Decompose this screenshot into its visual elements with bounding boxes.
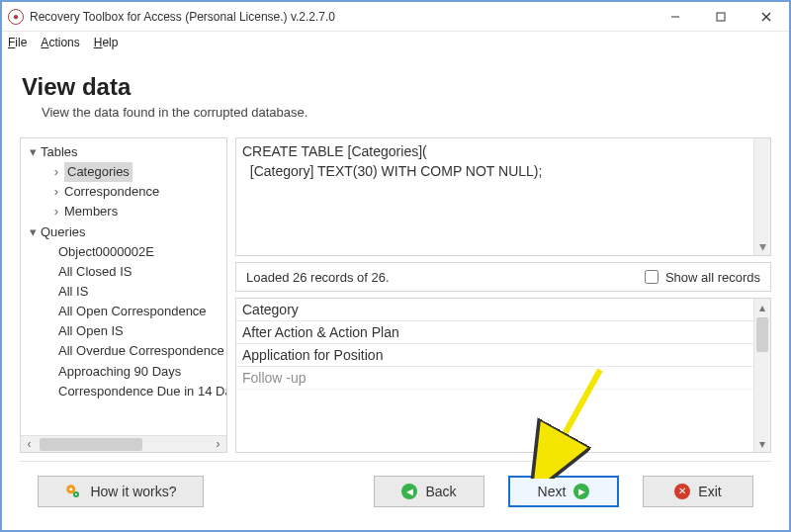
data-grid[interactable]: Category After Action & Action Plan Appl… <box>235 298 771 453</box>
gear-icon <box>64 483 82 500</box>
exit-button[interactable]: ✕ Exit <box>643 476 753 507</box>
sql-line: [Category] TEXT(30) WITH COMP NOT NULL); <box>242 162 754 182</box>
status-bar: Loaded 26 records of 26. Show all record… <box>235 262 771 292</box>
next-label: Next <box>538 484 567 499</box>
sql-viewer[interactable]: CREATE TABLE [Categories]( [Category] TE… <box>235 137 771 256</box>
page-subtitle: View the data found in the corrupted dat… <box>42 105 771 120</box>
menubar: File Actions Help <box>2 32 789 53</box>
show-all-records-input[interactable] <box>645 270 659 284</box>
tree-queries-label[interactable]: Queries <box>41 224 86 239</box>
grid-row[interactable]: After Action & Action Plan <box>236 321 770 344</box>
sql-line: CREATE TABLE [Categories]( <box>242 142 754 162</box>
menu-file[interactable]: File <box>8 36 27 49</box>
tree-item[interactable]: All IS <box>58 284 88 299</box>
show-all-records-label: Show all records <box>665 270 760 285</box>
svg-rect-1 <box>717 13 725 21</box>
grid-v-scrollbar[interactable]: ▴ ▾ <box>753 299 770 452</box>
grid-header[interactable]: Category <box>236 299 770 321</box>
footer: How it works? ◄ Back Next ► ✕ Exit <box>20 461 771 520</box>
close-button[interactable] <box>744 2 789 31</box>
app-icon: ● <box>8 9 24 25</box>
show-all-records-checkbox[interactable]: Show all records <box>641 267 760 287</box>
tree-item[interactable]: All Open Correspondence <box>58 304 207 318</box>
close-icon: ✕ <box>674 484 690 499</box>
arrow-left-icon: ◄ <box>401 484 417 499</box>
window-title: Recovery Toolbox for Access (Personal Li… <box>30 10 335 24</box>
sql-v-scrollbar[interactable]: ▾ <box>753 138 770 255</box>
tree-item-categories[interactable]: Categories <box>64 162 132 182</box>
back-button[interactable]: ◄ Back <box>374 476 484 507</box>
titlebar: ● Recovery Toolbox for Access (Personal … <box>2 2 789 32</box>
tree-item-correspondence[interactable]: Correspondence <box>64 184 159 199</box>
status-text: Loaded 26 records of 26. <box>246 270 641 285</box>
next-button[interactable]: Next ► <box>508 476 619 507</box>
tree-item[interactable]: Object0000002E <box>58 244 154 259</box>
back-label: Back <box>425 484 456 499</box>
tree-tables-label[interactable]: Tables <box>41 144 78 159</box>
exit-label: Exit <box>698 484 721 499</box>
tree-item[interactable]: Approaching 90 Days <box>58 364 181 379</box>
menu-help[interactable]: Help <box>94 36 119 49</box>
minimize-button[interactable] <box>653 2 698 31</box>
tree-pane[interactable]: ▾Tables ›Categories ›Correspondence ›Mem… <box>20 137 227 453</box>
svg-point-5 <box>70 488 73 490</box>
grid-row[interactable]: Follow -up <box>236 367 770 390</box>
tree-h-scrollbar[interactable]: ‹ › <box>21 435 226 452</box>
tree-item[interactable]: All Open IS <box>58 323 124 338</box>
tree-item[interactable]: All Closed IS <box>58 264 132 279</box>
tree-item[interactable]: All Overdue Correspondence <box>58 343 224 358</box>
tree-item-members[interactable]: Members <box>64 204 118 219</box>
how-it-works-label: How it works? <box>90 484 176 499</box>
tree-item[interactable]: Correspondence Due in 14 Days <box>58 384 226 399</box>
menu-actions[interactable]: Actions <box>41 36 79 49</box>
how-it-works-button[interactable]: How it works? <box>38 476 204 507</box>
page-title: View data <box>22 73 771 101</box>
maximize-button[interactable] <box>698 2 744 31</box>
arrow-right-icon: ► <box>573 484 589 499</box>
grid-row[interactable]: Application for Position <box>236 344 770 367</box>
svg-point-7 <box>75 492 77 494</box>
